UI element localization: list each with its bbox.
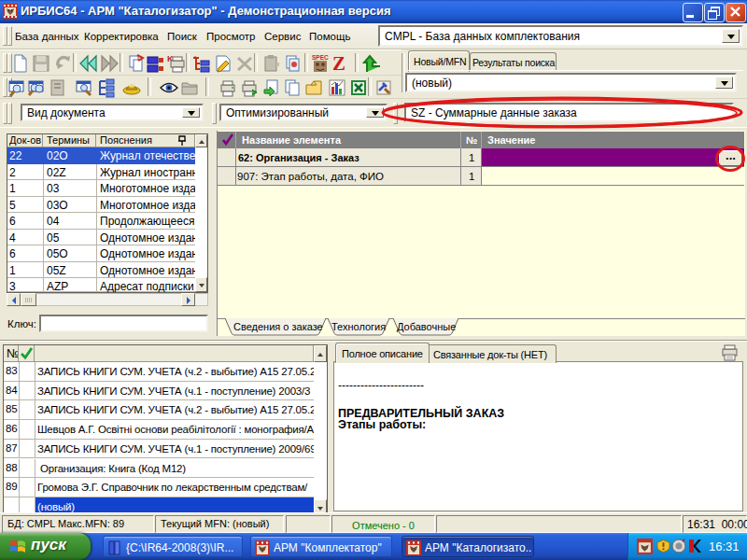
svg-text:SPEC: SPEC: [312, 54, 329, 61]
